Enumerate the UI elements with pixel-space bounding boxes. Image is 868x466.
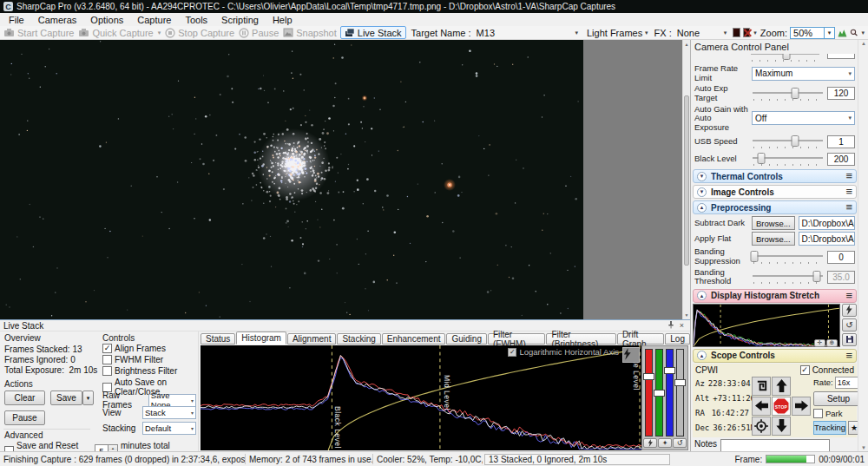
clear-button[interactable]: Clear — [4, 391, 45, 405]
log-axis-checkbox[interactable]: ✓Logarithmic Horizontal Axis — [508, 347, 619, 357]
scope-connected-checkbox[interactable]: ✓ Connected — [800, 365, 854, 375]
auto-levels-button[interactable] — [643, 438, 657, 448]
tab-stacking[interactable]: Stacking — [337, 333, 380, 345]
tab-alignment[interactable]: Alignment — [287, 333, 336, 345]
panel-scrollbar[interactable]: ▲▼ — [858, 40, 868, 451]
scroll-up-icon[interactable]: ▲ — [861, 41, 866, 46]
park-checkbox[interactable]: Park — [813, 409, 864, 418]
menu-capture[interactable]: Capture — [130, 15, 178, 25]
goto-center-button[interactable] — [752, 417, 771, 436]
magnifier-icon[interactable] — [850, 27, 858, 38]
banding-suppression-value[interactable]: 0 — [827, 251, 855, 264]
brightness-filter-checkbox[interactable]: Brightness Filter — [102, 366, 177, 376]
section-menu-icon[interactable]: ≡ — [845, 203, 852, 212]
save-button[interactable]: Save — [50, 391, 82, 405]
scroll-down-icon[interactable]: ▼ — [683, 311, 690, 319]
auto-stretch-button[interactable] — [842, 304, 857, 317]
banding-threshold-slider[interactable] — [752, 269, 824, 285]
tab-status[interactable]: Status — [201, 333, 235, 345]
fx-combo[interactable]: None ▾ — [674, 26, 730, 39]
menu-tools[interactable]: Tools — [178, 15, 214, 25]
slew-left-button[interactable] — [752, 397, 771, 416]
stretch-zoom-button[interactable]: ⊕ — [826, 339, 838, 347]
subtract-dark-path-select[interactable]: D:\Dropbox\Astro\1-VA\...▾ — [799, 216, 855, 230]
reset-stretch-button[interactable]: ↺ — [842, 318, 857, 331]
blue-level-slider[interactable] — [666, 348, 674, 437]
usb-speed-slider[interactable] — [752, 134, 824, 149]
histogram-icon[interactable] — [838, 28, 847, 38]
tab-guiding[interactable]: Guiding — [446, 333, 486, 345]
setup-button[interactable]: Setup — [813, 391, 864, 406]
slew-right-button[interactable] — [792, 397, 811, 416]
magnifier-dropdown-icon[interactable]: ▾ — [861, 30, 866, 36]
pause-stack-button[interactable]: Pause — [4, 410, 45, 425]
menu-help[interactable]: Help — [266, 15, 299, 25]
quick-capture-button[interactable]: Quick Capture — [77, 28, 154, 38]
apply-flat-path-select[interactable]: D:\Dropbox\Astro\1-VA\...▾ — [799, 232, 855, 246]
auto-exp-target-slider[interactable] — [752, 86, 824, 102]
section-menu-icon[interactable]: ≡ — [845, 351, 852, 360]
reset-levels-button[interactable]: ↺ — [673, 438, 687, 448]
black-level-value[interactable]: 200 — [827, 153, 855, 166]
quick-capture-dropdown-icon[interactable]: ▾ — [157, 30, 162, 36]
image-viewport[interactable]: ▲ ▼ — [0, 40, 690, 319]
save-stretch-button[interactable] — [842, 333, 857, 346]
image-controls-section[interactable]: ▼ Image Controls ≡ — [693, 185, 857, 199]
stop-capture-button[interactable]: Stop Capture — [164, 28, 235, 38]
auto-gain-select[interactable]: Off▾ — [752, 111, 855, 125]
scroll-up-icon[interactable]: ▲ — [683, 40, 690, 49]
menu-options[interactable]: Options — [83, 15, 130, 25]
thermal-controls-section[interactable]: ▼ Thermal Controls ≡ — [693, 169, 857, 183]
gray-level-slider[interactable] — [676, 348, 684, 437]
section-menu-icon[interactable]: ≡ — [845, 172, 852, 180]
apply-flat-browse-button[interactable]: Browse... — [752, 232, 795, 246]
stacking-select[interactable]: Default▾ — [142, 422, 196, 435]
zoom-combo[interactable]: 50% ▾ — [790, 27, 835, 39]
dark-frame-swatch[interactable] — [733, 28, 740, 37]
menu-cameras[interactable]: Cameras — [31, 15, 84, 25]
raw-frames-select[interactable]: Save None▾ — [148, 394, 196, 407]
stretch-pan-button[interactable]: ✛ — [814, 339, 825, 347]
gain-slider-partial[interactable] — [694, 54, 855, 63]
align-frames-checkbox[interactable]: ✓Align Frames — [102, 344, 166, 353]
image-vertical-scrollbar[interactable]: ▲ ▼ — [682, 40, 690, 319]
target-name-combo[interactable]: M13 ▾ — [474, 26, 582, 39]
flat-frame-swatch[interactable] — [743, 28, 751, 37]
scroll-down-icon[interactable]: ▼ — [861, 445, 866, 450]
frame-rate-limit-select[interactable]: Maximum▾ — [752, 67, 855, 81]
scrollbar-thumb[interactable] — [684, 95, 689, 266]
scope-controls-section[interactable]: ▲ Scope Controls ≡ — [693, 349, 857, 363]
dock-close-icon[interactable]: × — [677, 321, 687, 330]
red-level-slider[interactable] — [645, 348, 653, 437]
center-levels-button[interactable]: ✦ — [658, 438, 672, 448]
tab-enhancement[interactable]: Enhancement — [382, 333, 446, 345]
pause-button[interactable]: Pause — [238, 28, 279, 38]
section-menu-icon[interactable]: ≡ — [845, 187, 852, 196]
swatch-dropdown-icon[interactable]: ▾ — [753, 30, 758, 36]
notes-textarea[interactable] — [720, 439, 830, 451]
save-dropdown-button[interactable]: ▾ — [82, 391, 94, 405]
usb-speed-value[interactable]: 1 — [827, 135, 855, 148]
subtract-dark-browse-button[interactable]: Browse... — [752, 216, 795, 230]
section-menu-icon[interactable]: ≡ — [845, 292, 852, 300]
dock-pin-icon[interactable] — [665, 320, 677, 331]
fwhm-filter-checkbox[interactable]: FWHM Filter — [102, 355, 163, 364]
slew-up-button[interactable] — [772, 377, 791, 396]
black-level-slider[interactable] — [752, 151, 824, 167]
stop-slew-button[interactable]: STOP — [772, 397, 791, 416]
start-capture-button[interactable]: Start Capture — [3, 28, 75, 38]
frame-type-combo[interactable]: Light Frames ▾ — [584, 26, 652, 39]
auto-exp-target-value[interactable]: 120 — [827, 87, 855, 100]
display-histogram-stretch-section[interactable]: ▲ Display Histogram Stretch ≡ — [693, 289, 857, 303]
menu-scripting[interactable]: Scripting — [214, 15, 266, 25]
slew-down-button[interactable] — [772, 417, 791, 436]
auto-stretch-button[interactable] — [622, 347, 640, 363]
view-select[interactable]: Stack▾ — [142, 406, 196, 419]
preprocessing-section[interactable]: ▲ Preprocessing ≡ — [693, 200, 857, 214]
live-stack-button[interactable]: Live Stack — [340, 26, 406, 39]
green-level-slider[interactable] — [655, 348, 663, 437]
stack-histogram-canvas[interactable]: Black Level Mid Level White Level ✓Logar… — [201, 345, 641, 450]
snapshot-button[interactable]: Snapshot — [282, 28, 337, 38]
tab-filter-fwhm[interactable]: Filter (FWHM) — [488, 333, 545, 345]
menu-file[interactable]: File — [2, 15, 31, 25]
